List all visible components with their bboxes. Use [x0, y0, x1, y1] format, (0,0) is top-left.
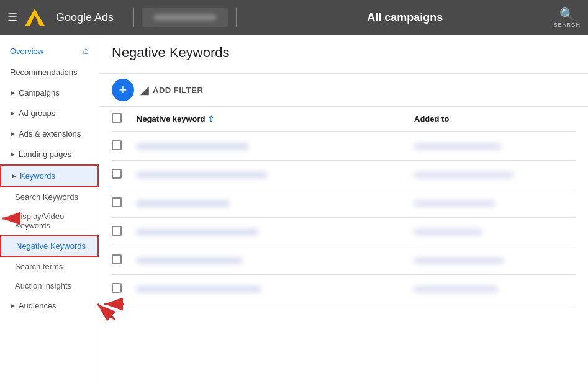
topbar: ☰ Google Ads All campaigns 🔍 SEARCH [0, 0, 588, 35]
content-header: Negative Keywords [99, 35, 588, 74]
account-name-blur [154, 14, 216, 20]
row-checkbox-cell [112, 140, 137, 152]
table-row [112, 161, 576, 189]
chevron-right-icon: ► [10, 89, 16, 96]
added-value-blur [414, 229, 482, 235]
table-row [112, 246, 576, 275]
sidebar-item-adgroups[interactable]: ► Ad groups [0, 103, 99, 123]
table-row [112, 218, 576, 246]
chevron-right-icon5: ► [11, 173, 17, 179]
sidebar-item-ads-extensions[interactable]: ► Ads & extensions [0, 123, 99, 144]
row-checkbox-cell [112, 169, 137, 181]
sidebar-sub-search-keywords-label: Search Keywords [15, 192, 78, 202]
added-value-blur [414, 143, 501, 150]
main-area: Overview ⌂ Recommendations ► Campaigns ►… [0, 35, 588, 381]
row-checkbox[interactable] [112, 169, 122, 179]
keyword-value-blur [137, 229, 258, 235]
sort-asc-icon[interactable]: ⇧ [208, 115, 214, 123]
row-checkbox[interactable] [112, 197, 122, 207]
keyword-value-blur [137, 172, 267, 178]
search-button[interactable]: 🔍 SEARCH [553, 7, 581, 28]
row-checkbox-cell [112, 254, 137, 266]
row-checkbox[interactable] [112, 283, 122, 293]
sidebar-sub-search-terms[interactable]: Search terms [0, 257, 99, 276]
sidebar-item-overview-label: Overview [10, 47, 43, 56]
sidebar-item-adgroups-label: Ad groups [19, 109, 55, 118]
add-button[interactable]: + [112, 79, 134, 101]
added-cell [414, 200, 576, 207]
sidebar-item-ads-extensions-label: Ads & extensions [19, 129, 81, 138]
added-value-blur [414, 200, 495, 207]
logo [24, 6, 48, 29]
menu-icon[interactable]: ☰ [7, 11, 17, 24]
sidebar-sub-display-video[interactable]: Display/Video Keywords [0, 207, 99, 235]
added-cell [414, 229, 576, 235]
toolbar: + ◢ ADD FILTER [99, 74, 588, 107]
table-container: Negative keyword ⇧ Added to [99, 107, 588, 303]
keyword-cell [137, 200, 414, 207]
sidebar-sub-negative-keywords-label: Negative Keywords [16, 241, 86, 251]
chevron-right-icon6: ► [10, 302, 16, 309]
header-checkbox[interactable] [112, 113, 122, 123]
sidebar-sub-auction-insights[interactable]: Auction insights [0, 276, 99, 295]
sidebar-item-keywords[interactable]: ► Keywords [0, 164, 99, 187]
col-keyword-label: Negative keyword [137, 114, 206, 123]
topbar-divider2 [236, 8, 237, 27]
table-header: Negative keyword ⇧ Added to [112, 107, 576, 132]
table-row [112, 275, 576, 303]
sidebar: Overview ⌂ Recommendations ► Campaigns ►… [0, 35, 99, 381]
sidebar-sub-search-keywords[interactable]: Search Keywords [0, 187, 99, 207]
keyword-cell [137, 229, 414, 235]
keyword-value-blur [137, 143, 248, 150]
table-row [112, 189, 576, 218]
sidebar-item-recommendations[interactable]: Recommendations [0, 62, 99, 83]
topbar-divider [133, 8, 134, 27]
chevron-right-icon4: ► [10, 151, 16, 158]
added-value-blur [414, 286, 498, 292]
sidebar-item-overview[interactable]: Overview ⌂ [0, 40, 99, 62]
added-value-blur [414, 258, 504, 264]
header-added: Added to [414, 114, 576, 123]
filter-icon: ◢ [140, 83, 149, 97]
added-cell [414, 286, 576, 292]
keyword-value-blur [137, 258, 242, 264]
add-filter-button[interactable]: ADD FILTER [153, 86, 203, 95]
sidebar-item-campaigns[interactable]: ► Campaigns [0, 83, 99, 103]
sidebar-sub-auction-insights-label: Auction insights [15, 281, 71, 290]
keyword-value-blur [137, 200, 230, 207]
campaign-title: All campaigns [256, 11, 553, 24]
google-ads-logo-icon [24, 6, 46, 29]
sidebar-item-recommendations-label: Recommendations [10, 68, 77, 77]
added-cell [414, 143, 576, 150]
sidebar-item-landing-pages-label: Landing pages [19, 150, 71, 159]
chevron-right-icon2: ► [10, 110, 16, 117]
sidebar-sub-negative-keywords[interactable]: Negative Keywords [0, 235, 99, 257]
row-checkbox[interactable] [112, 140, 122, 150]
col-added-label: Added to [414, 114, 449, 123]
sidebar-sub-display-video-label: Display/Video Keywords [15, 212, 64, 230]
sidebar-item-campaigns-label: Campaigns [19, 88, 60, 97]
chevron-right-icon3: ► [10, 130, 16, 137]
row-checkbox[interactable] [112, 226, 122, 236]
row-checkbox-cell [112, 226, 137, 238]
added-cell [414, 258, 576, 264]
account-selector[interactable] [142, 8, 228, 27]
brand-name: Google Ads [56, 11, 114, 24]
added-value-blur [414, 172, 513, 178]
keyword-cell [137, 286, 414, 292]
added-cell [414, 172, 576, 178]
sidebar-item-audiences[interactable]: ► Audiences [0, 295, 99, 316]
sidebar-item-landing-pages[interactable]: ► Landing pages [0, 144, 99, 164]
search-label: SEARCH [553, 22, 581, 28]
content-area: Negative Keywords + ◢ ADD FILTER Negativ… [99, 35, 588, 381]
row-checkbox[interactable] [112, 254, 122, 264]
row-checkbox-cell [112, 197, 137, 209]
sidebar-item-keywords-label: Keywords [20, 171, 55, 181]
sidebar-sub-search-terms-label: Search terms [15, 262, 63, 271]
keyword-cell [137, 143, 414, 150]
header-keyword: Negative keyword ⇧ [137, 114, 414, 123]
home-icon: ⌂ [83, 45, 89, 56]
sidebar-item-audiences-label: Audiences [19, 301, 57, 310]
keyword-cell [137, 172, 414, 178]
row-checkbox-cell [112, 283, 137, 295]
